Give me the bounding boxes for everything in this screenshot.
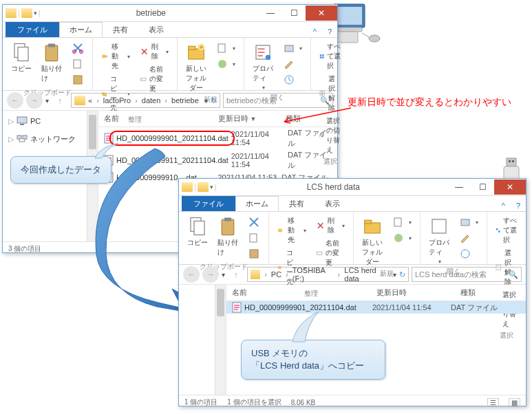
address-bar[interactable]: › PC› TOSHIBA (F:)› LCS herd data ▾ ↻ [247, 267, 409, 282]
paste-shortcut-button[interactable] [69, 72, 87, 87]
maximize-button[interactable]: ☐ [471, 179, 494, 195]
copypath-button[interactable] [69, 56, 87, 72]
tab-view[interactable]: 表示 [315, 196, 350, 211]
search-input[interactable]: betriebeの検索 🔍 [223, 93, 333, 108]
nav-up-button[interactable]: ↑ [228, 266, 244, 283]
col-name[interactable]: 名前 [226, 285, 371, 301]
breadcrumb-item[interactable]: PC [271, 270, 281, 279]
nav-pc[interactable]: ▷PC [6, 115, 95, 127]
nav-network[interactable]: ▷ネットワーク [6, 133, 95, 146]
breadcrumb-item[interactable]: LCS herd data [344, 266, 387, 283]
tab-share[interactable]: 共有 [279, 196, 315, 211]
selectall-button[interactable]: すべて選択 [493, 215, 520, 246]
file-row[interactable]: HD_00009999901_20211104.dat 2021/11/04 1… [226, 301, 526, 314]
tab-view[interactable]: 表示 [138, 22, 174, 37]
newfolder-button[interactable]: 新しい フォルダー [183, 41, 209, 94]
nav-forward-button[interactable]: → [26, 92, 43, 109]
qat-arrow-icon[interactable]: ▾ [210, 184, 213, 190]
breadcrumb-item[interactable]: lactoPro [103, 96, 131, 105]
help-icon[interactable]: ? [511, 200, 526, 211]
svg-rect-46 [507, 158, 516, 166]
thumb-view-icon[interactable]: ▦ [509, 398, 520, 407]
col-date[interactable]: 更新日時 [371, 285, 455, 301]
nav-back-button[interactable]: ← [183, 266, 200, 283]
history-button[interactable] [280, 72, 305, 87]
col-type[interactable]: 種類 [455, 285, 526, 301]
titlebar[interactable]: | ▾ | LCS herd data — ☐ ✕ [179, 179, 526, 196]
tab-file[interactable]: ファイル [6, 22, 59, 37]
help-icon[interactable]: ? [322, 26, 337, 37]
file-type: DAT ファイル [451, 303, 513, 313]
rename-button[interactable]: 名前の変更 [137, 63, 171, 95]
delete-button[interactable]: 削除▾ [137, 41, 171, 63]
nav-back-button[interactable]: ← [7, 92, 23, 109]
maximize-button[interactable]: ☐ [282, 6, 306, 21]
breadcrumb-item[interactable]: daten [142, 96, 161, 105]
breadcrumb-item[interactable]: « [88, 96, 92, 105]
col-name[interactable]: 名前 [98, 111, 213, 127]
moveto-button[interactable]: 移動先▾ [98, 41, 133, 72]
file-type: DAT ファイル [288, 128, 332, 149]
callout-created-data: 今回作成したデータ [10, 156, 111, 184]
file-row[interactable]: HD_00009999911_20211104.dat 2021/11/04 1… [98, 149, 337, 171]
minimize-button[interactable]: — [447, 179, 471, 195]
nav-scrollbar[interactable] [215, 285, 226, 395]
ribbon-collapse-icon[interactable]: ^ [308, 26, 322, 37]
tab-file[interactable]: ファイル [182, 196, 235, 211]
ribbon-tabs: ファイル ホーム 共有 表示 ^ ? [179, 196, 526, 212]
ribbon-collapse-icon[interactable]: ^ [496, 200, 511, 211]
titlebar[interactable]: | ▾ | betriebe — ☐ ✕ [3, 5, 337, 22]
breadcrumb-item[interactable]: TOSHIBA (F:) [292, 266, 334, 283]
refresh-icon[interactable]: ↻ [399, 270, 405, 279]
paste-button[interactable]: 貼り付け [215, 215, 241, 259]
open-button[interactable]: ▾ [456, 215, 481, 230]
close-button[interactable]: ✕ [306, 6, 337, 21]
nav-history-button[interactable]: ▾ [222, 271, 225, 279]
svg-rect-67 [498, 230, 500, 232]
copypath-button[interactable] [245, 230, 263, 246]
addr-dropdown-icon[interactable]: ▾ [204, 97, 208, 105]
easyaccess-button[interactable]: ▾ [213, 56, 238, 72]
copy-button[interactable]: コピー [184, 215, 211, 249]
nav-up-button[interactable]: ↑ [52, 92, 68, 109]
col-type[interactable]: 種類 [280, 111, 337, 127]
paste-button[interactable]: 貼り付け [39, 41, 65, 85]
edit-button[interactable] [280, 56, 305, 72]
search-input[interactable]: LCS herd dataの検索 🔍 [412, 267, 522, 282]
history-button[interactable] [456, 246, 481, 261]
copy-button[interactable]: コピー [8, 41, 34, 75]
addr-dropdown-icon[interactable]: ▾ [393, 271, 396, 279]
col-date[interactable]: 更新日時 ▼ [213, 111, 280, 127]
tab-share[interactable]: 共有 [103, 22, 138, 37]
newfolder-button[interactable]: 新しい フォルダー [359, 215, 385, 268]
properties-button[interactable]: プロパティ▾ [250, 41, 276, 92]
file-row[interactable]: HD_00009999901_20211104.dat 2021/11/04 1… [98, 127, 337, 149]
cut-button[interactable] [69, 41, 87, 56]
edit-button[interactable] [456, 230, 481, 246]
rename-button[interactable]: 名前の変更 [313, 237, 348, 269]
callout-line1: USB メモリの [251, 347, 375, 360]
close-button[interactable]: ✕ [494, 179, 526, 195]
cut-button[interactable] [245, 215, 263, 230]
paste-shortcut-button[interactable] [245, 246, 263, 261]
nav-history-button[interactable]: ▾ [45, 97, 49, 105]
nav-pane[interactable] [179, 285, 226, 395]
tab-home[interactable]: ホーム [235, 196, 279, 211]
moveto-button[interactable]: 移動先▾ [275, 215, 309, 246]
qat-arrow-icon[interactable]: ▾ [34, 10, 37, 17]
newitem-button[interactable]: ▾ [213, 41, 238, 56]
refresh-icon[interactable]: ↻ [211, 96, 217, 105]
selectall-button[interactable]: すべて選択 [317, 41, 344, 72]
details-view-icon[interactable]: ☰ [487, 398, 499, 407]
file-date: 2021/11/04 11:54 [372, 303, 448, 312]
tab-home[interactable]: ホーム [59, 22, 103, 37]
address-bar[interactable]: «› lactoPro› daten› betriebe ▾ ↻ [71, 93, 220, 108]
easyaccess-button[interactable]: ▾ [390, 230, 414, 246]
newitem-button[interactable]: ▾ [390, 215, 414, 230]
breadcrumb-item[interactable]: betriebe [171, 96, 199, 105]
minimize-button[interactable]: — [259, 6, 282, 21]
open-button[interactable]: ▾ [280, 41, 305, 56]
delete-button[interactable]: 削除▾ [313, 215, 348, 237]
nav-forward-button[interactable]: → [202, 266, 219, 283]
properties-button[interactable]: プロパティ▾ [426, 215, 452, 266]
